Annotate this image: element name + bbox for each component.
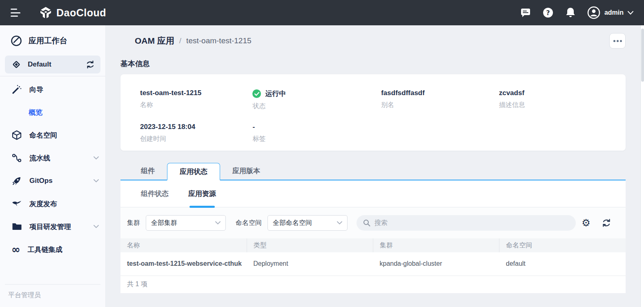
sidebar-item-label: 命名空间: [29, 131, 99, 140]
field-value: test-oam-test-1215: [140, 89, 252, 97]
column-header-name[interactable]: 名称: [120, 238, 247, 252]
column-header-type[interactable]: 类型: [247, 238, 373, 252]
field-label: 描述信息: [499, 101, 606, 109]
pipeline-icon: [11, 153, 22, 163]
feedback-button[interactable]: [520, 7, 531, 18]
sidebar-item-namespace[interactable]: 命名空间: [0, 124, 105, 147]
field-label: 状态: [252, 102, 381, 111]
sidebar-item-default-workspace[interactable]: Default: [5, 56, 100, 73]
user-menu[interactable]: admin: [587, 6, 633, 19]
user-name: admin: [604, 9, 624, 16]
refresh-icon: [602, 218, 611, 227]
bell-icon: [566, 7, 575, 18]
tab-components[interactable]: 组件: [129, 162, 167, 180]
field-value: -: [252, 123, 381, 131]
gear-icon: ⚙: [582, 218, 591, 228]
sidebar-item-toolchain[interactable]: ∞ 工具链集成: [0, 238, 105, 261]
cluster-filter-label: 集群: [127, 219, 140, 227]
table-total-count: 共 1 项: [120, 276, 626, 293]
breadcrumb-root[interactable]: OAM 应用: [135, 35, 174, 47]
bird-icon: [11, 198, 22, 209]
breadcrumb-current: test-oam-test-1215: [186, 36, 251, 45]
svg-text:?: ?: [546, 9, 550, 17]
table-row[interactable]: test-oam-test-1215-webservice-cthuk Depl…: [120, 252, 626, 276]
search-box[interactable]: [357, 215, 576, 231]
main-content: OAM 应用 / test-oam-test-1215 基本信息 test-oa…: [106, 25, 640, 307]
help-icon: ?: [543, 7, 553, 18]
status-text: 运行中: [265, 89, 286, 98]
table-settings-button[interactable]: ⚙: [581, 218, 591, 228]
sidebar-item-project-management[interactable]: 项目研发管理: [0, 215, 105, 238]
resources-table: 名称 类型 集群 命名空间 test-oam-test-1215-webserv…: [120, 238, 626, 276]
sub-tab-bar: 组件状态 应用资源: [120, 180, 626, 207]
workbench-icon: [11, 35, 22, 47]
switch-workspace-icon[interactable]: [86, 60, 95, 69]
sidebar-divider: [0, 76, 105, 76]
chevron-down-icon: [215, 221, 221, 225]
top-bar: DaoCloud ?: [0, 0, 644, 25]
tab-bar: 组件 应用状态 应用版本: [120, 162, 626, 180]
field-labels: - 标签: [252, 123, 381, 143]
sidebar-item-pipeline[interactable]: 流水线: [0, 147, 105, 169]
workspace-title: 应用工作台: [29, 36, 67, 46]
search-input[interactable]: [374, 219, 569, 227]
help-button[interactable]: ?: [542, 7, 554, 18]
sidebar-item-overview[interactable]: 概览: [0, 101, 105, 124]
sidebar-item-label: 项目研发管理: [29, 222, 86, 231]
sidebar-item-label: 概览: [29, 108, 99, 117]
cell-resource-name[interactable]: test-oam-test-1215-webservice-cthuk: [120, 252, 247, 276]
chevron-down-icon: [628, 11, 633, 15]
field-alias: fasdfsdffasdf 别名: [381, 89, 499, 111]
sidebar-item-wizard[interactable]: 向导: [0, 78, 105, 101]
field-value: 2023-12-15 18:04: [140, 123, 252, 131]
field-description: zcvadsf 描述信息: [499, 89, 606, 111]
scrollbar-thumb[interactable]: [641, 29, 644, 82]
scrollbar[interactable]: [640, 25, 644, 307]
namespace-select-value: 全部命名空间: [273, 219, 312, 227]
breadcrumb: OAM 应用 / test-oam-test-1215: [120, 33, 626, 49]
app-status-panel: 组件状态 应用资源 集群 全部集群 命名空间 全部命名空间: [120, 180, 626, 293]
brand-name: DaoCloud: [56, 7, 106, 19]
brand-logo[interactable]: DaoCloud: [39, 6, 106, 19]
cluster-select-value: 全部集群: [151, 219, 177, 227]
tab-app-status[interactable]: 应用状态: [167, 163, 220, 180]
field-label: 标签: [252, 135, 381, 143]
infinity-icon: ∞: [11, 244, 20, 255]
menu-icon[interactable]: [11, 9, 21, 17]
breadcrumb-separator: /: [179, 36, 181, 45]
oam-app-icon: [120, 37, 129, 45]
status-success-icon: [252, 89, 261, 98]
chevron-down-icon: [94, 225, 99, 228]
column-header-cluster[interactable]: 集群: [373, 238, 499, 252]
section-title: 基本信息: [120, 59, 626, 69]
workspace-diamond-icon: [11, 60, 21, 69]
chevron-down-icon: [94, 156, 99, 160]
subtab-component-status[interactable]: 组件状态: [141, 180, 169, 207]
avatar-icon: [587, 6, 600, 19]
refresh-button[interactable]: [601, 218, 612, 228]
tab-app-versions[interactable]: 应用版本: [220, 162, 272, 180]
more-actions-button[interactable]: [609, 33, 626, 49]
cube-icon: [11, 130, 22, 140]
cell-resource-namespace: default: [499, 252, 626, 276]
sidebar-item-label: 灰度发布: [29, 199, 99, 209]
sidebar-item-gitops[interactable]: GitOps: [0, 169, 105, 192]
role-label: 平台管理员: [0, 285, 105, 307]
grid-icon: [11, 107, 21, 117]
chevron-down-icon: [337, 221, 342, 225]
field-label: 创建时间: [140, 135, 252, 143]
column-header-namespace[interactable]: 命名空间: [499, 238, 626, 252]
chat-icon: [520, 8, 531, 18]
sidebar-workspace-header[interactable]: 应用工作台: [0, 25, 105, 52]
field-status: 运行中 状态: [252, 89, 381, 111]
search-icon: [363, 219, 370, 227]
sidebar-item-gray-release[interactable]: 灰度发布: [0, 192, 105, 215]
subtab-app-resources[interactable]: 应用资源: [188, 180, 216, 207]
wand-icon: [11, 84, 22, 95]
field-label: 别名: [381, 101, 499, 109]
sidebar-item-label: 工具链集成: [28, 245, 99, 254]
cell-resource-cluster: kpanda-global-cluster: [373, 252, 499, 276]
namespace-select[interactable]: 全部命名空间: [267, 215, 348, 231]
cluster-select[interactable]: 全部集群: [146, 215, 226, 231]
notifications-button[interactable]: [565, 7, 576, 18]
